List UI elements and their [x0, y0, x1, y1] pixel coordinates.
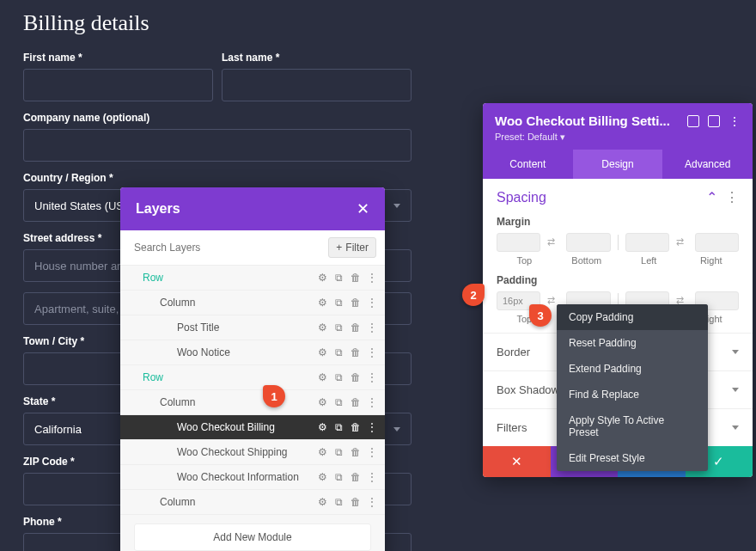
gear-icon[interactable]: ⚙ [318, 496, 327, 508]
layer-row[interactable]: Row⚙⧉🗑⋮ [120, 266, 385, 291]
discard-button[interactable]: ✕ [483, 446, 551, 477]
context-menu-item[interactable]: Edit Preset Style [557, 445, 708, 471]
margin-left-input[interactable] [625, 233, 669, 252]
more-icon[interactable]: ⋮ [367, 446, 376, 458]
layer-label: Post Title [177, 321, 318, 334]
close-icon[interactable]: ✕ [357, 199, 369, 218]
plus-icon: + [336, 242, 342, 254]
margin-right-input[interactable] [695, 233, 739, 252]
trash-icon[interactable]: 🗑 [351, 272, 360, 284]
gear-icon[interactable]: ⚙ [318, 346, 327, 358]
context-menu-item[interactable]: Copy Padding [557, 304, 708, 330]
duplicate-icon[interactable]: ⧉ [334, 396, 344, 408]
duplicate-icon[interactable]: ⧉ [334, 496, 344, 508]
context-menu-item[interactable]: Extend Padding [557, 356, 708, 382]
layers-tree: Row⚙⧉🗑⋮Column⚙⧉🗑⋮Post Title⚙⧉🗑⋮Woo Notic… [120, 266, 385, 515]
preset-label[interactable]: Preset: Default ▾ [495, 132, 741, 143]
layer-row[interactable]: Column⚙⧉🗑⋮ [120, 490, 385, 515]
layer-row[interactable]: Woo Checkout Billing⚙⧉🗑⋮ [120, 415, 385, 440]
layers-filter-button[interactable]: + Filter [328, 237, 376, 258]
layers-filter-label: Filter [345, 242, 369, 254]
spacing-section-header[interactable]: Spacing ⌃ ⋮ [483, 179, 753, 216]
first-name-input[interactable] [23, 69, 213, 101]
last-name-label: Last name * [222, 52, 412, 64]
duplicate-icon[interactable]: ⧉ [334, 321, 344, 334]
gear-icon[interactable]: ⚙ [318, 272, 327, 284]
tab-advanced[interactable]: Advanced [662, 150, 753, 179]
layer-actions: ⚙⧉🗑⋮ [318, 396, 376, 408]
more-icon[interactable]: ⋮ [367, 396, 376, 408]
more-icon[interactable]: ⋮ [367, 321, 376, 334]
context-menu-item[interactable]: Apply Style To Active Preset [557, 407, 708, 445]
duplicate-icon[interactable]: ⧉ [334, 446, 344, 458]
more-icon[interactable]: ⋮ [367, 421, 376, 433]
gear-icon[interactable]: ⚙ [318, 297, 327, 309]
layer-row[interactable]: Column⚙⧉🗑⋮ [120, 291, 385, 315]
layers-search-input[interactable] [134, 242, 328, 254]
tab-design[interactable]: Design [573, 150, 663, 179]
layers-search-bar: + Filter [120, 230, 385, 266]
trash-icon[interactable]: 🗑 [351, 321, 360, 334]
layer-row[interactable]: Post Title⚙⧉🗑⋮ [120, 315, 385, 340]
expand-icon[interactable] [687, 115, 699, 127]
layer-actions: ⚙⧉🗑⋮ [318, 371, 376, 383]
tab-content[interactable]: Content [483, 150, 573, 179]
more-icon[interactable]: ⋮ [729, 114, 741, 128]
more-icon[interactable]: ⋮ [367, 297, 376, 309]
settings-title: Woo Checkout Billing Setti... [495, 113, 679, 128]
trash-icon[interactable]: 🗑 [351, 496, 360, 508]
gear-icon[interactable]: ⚙ [318, 371, 327, 383]
gear-icon[interactable]: ⚙ [318, 396, 327, 408]
trash-icon[interactable]: 🗑 [351, 371, 360, 383]
layer-row[interactable]: Woo Notice⚙⧉🗑⋮ [120, 340, 385, 365]
layer-label: Column [160, 297, 318, 309]
more-icon[interactable]: ⋮ [367, 346, 376, 358]
context-menu-item[interactable]: Reset Padding [557, 330, 708, 356]
company-input[interactable] [23, 129, 412, 162]
add-new-module-button[interactable]: Add New Module [134, 523, 371, 551]
layers-header: Layers ✕ [120, 187, 385, 230]
trash-icon[interactable]: 🗑 [351, 346, 360, 358]
gear-icon[interactable]: ⚙ [318, 446, 327, 458]
trash-icon[interactable]: 🗑 [351, 396, 360, 408]
settings-header: Woo Checkout Billing Setti... ⋮ Preset: … [483, 103, 753, 150]
filters-label: Filters [497, 421, 527, 434]
duplicate-icon[interactable]: ⧉ [334, 421, 344, 433]
trash-icon[interactable]: 🗑 [351, 446, 360, 458]
context-menu-item[interactable]: Find & Replace [557, 382, 708, 407]
gear-icon[interactable]: ⚙ [318, 471, 327, 483]
trash-icon[interactable]: 🗑 [351, 297, 360, 309]
layer-label: Row [143, 371, 318, 383]
duplicate-icon[interactable]: ⧉ [334, 346, 344, 358]
last-name-input[interactable] [222, 69, 412, 101]
layer-actions: ⚙⧉🗑⋮ [318, 272, 376, 284]
layer-row[interactable]: Woo Checkout Information⚙⧉🗑⋮ [120, 465, 385, 490]
trash-icon[interactable]: 🗑 [351, 471, 360, 483]
duplicate-icon[interactable]: ⧉ [334, 471, 344, 483]
link-icon[interactable]: ⇄ [676, 236, 688, 248]
margin-top-input[interactable] [497, 233, 540, 252]
more-icon[interactable]: ⋮ [367, 272, 376, 284]
layer-actions: ⚙⧉🗑⋮ [318, 471, 376, 483]
company-label: Company name (optional) [23, 112, 412, 124]
panel-icon[interactable] [708, 115, 720, 127]
duplicate-icon[interactable]: ⧉ [334, 272, 344, 284]
more-icon[interactable]: ⋮ [367, 471, 376, 483]
layer-actions: ⚙⧉🗑⋮ [318, 297, 376, 309]
gear-icon[interactable]: ⚙ [318, 321, 327, 334]
trash-icon[interactable]: 🗑 [351, 421, 360, 433]
margin-bottom-input[interactable] [566, 233, 610, 252]
duplicate-icon[interactable]: ⧉ [334, 297, 344, 309]
more-icon[interactable]: ⋮ [367, 371, 376, 383]
layer-label: Column [160, 396, 318, 408]
layer-row[interactable]: Column⚙⧉🗑⋮ [120, 390, 385, 415]
duplicate-icon[interactable]: ⧉ [334, 371, 344, 383]
layer-row[interactable]: Row⚙⧉🗑⋮ [120, 365, 385, 390]
layer-label: Woo Checkout Billing [177, 421, 318, 433]
layer-row[interactable]: Woo Checkout Shipping⚙⧉🗑⋮ [120, 440, 385, 465]
link-icon[interactable]: ⇄ [547, 236, 559, 248]
more-icon[interactable]: ⋮ [367, 496, 376, 508]
chevron-down-icon [732, 350, 739, 354]
more-icon[interactable]: ⋮ [725, 190, 739, 205]
gear-icon[interactable]: ⚙ [318, 421, 327, 433]
